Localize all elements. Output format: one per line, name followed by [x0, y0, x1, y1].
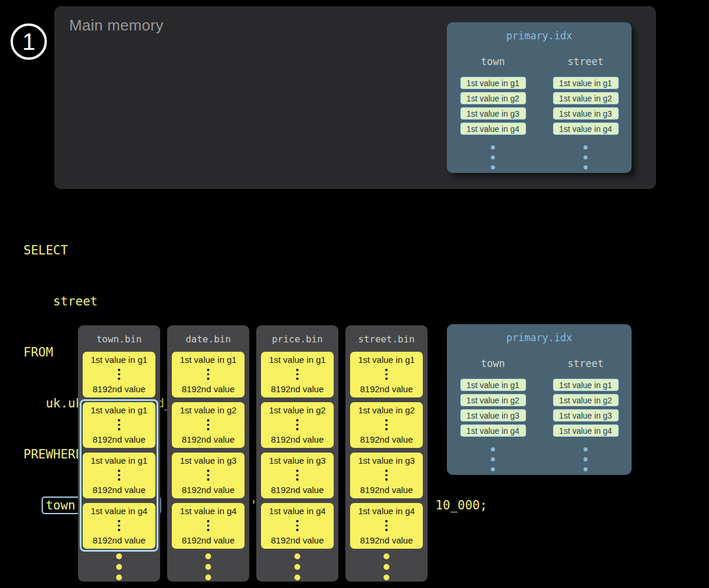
- index-entry-chip: 1st value in g4: [460, 123, 526, 135]
- ellipsis-icon: [385, 520, 388, 531]
- ellipsis-icon: [118, 419, 120, 430]
- index-column-header: street: [568, 56, 603, 67]
- granule-last-value: 8192nd value: [271, 384, 324, 394]
- granule-first-value: 1st value in g3: [180, 456, 237, 465]
- dot-icon: [296, 373, 298, 376]
- ellipsis-icon: [296, 419, 298, 430]
- granule-block: 1st value in g18192nd value: [83, 453, 155, 498]
- index-entry-chip: 1st value in g1: [460, 77, 526, 89]
- granule-last-value: 8192nd value: [360, 434, 413, 444]
- granule-block: 1st value in g18192nd value: [350, 352, 423, 397]
- dot-icon: [491, 467, 495, 471]
- dot-icon: [385, 478, 388, 481]
- granule-block: 1st value in g18192nd value: [172, 352, 245, 397]
- granule-last-value: 8192nd value: [182, 434, 235, 444]
- main-memory-title: Main memory: [69, 16, 164, 35]
- dot-icon: [296, 520, 298, 522]
- index-entry-chip: 1st value in g2: [553, 92, 619, 104]
- more-granules-dots: [78, 553, 160, 580]
- dot-icon: [118, 525, 120, 527]
- dot-icon: [384, 553, 389, 559]
- ellipsis-icon: [118, 520, 120, 531]
- granule-first-value: 1st value in g1: [269, 355, 326, 365]
- dot-icon: [207, 478, 209, 481]
- dot-icon: [385, 428, 388, 430]
- index-entry-chip: 1st value in g3: [460, 107, 526, 120]
- granule-block: 1st value in g48192nd value: [172, 503, 245, 549]
- bin-file-title: date.bin: [167, 334, 249, 344]
- index-entry-chip: 1st value in g3: [460, 409, 526, 422]
- ellipsis-icon: [118, 470, 120, 481]
- dot-icon: [116, 564, 122, 570]
- dot-icon: [118, 424, 120, 426]
- primary-index-columns: town1st value in g11st value in g21st va…: [447, 358, 632, 471]
- index-entry-chip: 1st value in g2: [553, 394, 619, 406]
- granule-first-value: 1st value in g2: [358, 405, 415, 415]
- granule-last-value: 8192nd value: [93, 384, 145, 394]
- granule-first-value: 1st value in g1: [358, 355, 415, 365]
- ellipsis-icon: [296, 520, 298, 531]
- granule-first-value: 1st value in g3: [269, 456, 326, 465]
- dot-icon: [207, 419, 209, 422]
- dot-icon: [385, 529, 388, 531]
- bin-file-column: town.bin1st value in g18192nd value1st v…: [78, 325, 160, 582]
- granule-block: 1st value in g38192nd value: [261, 453, 334, 498]
- dot-icon: [385, 470, 388, 472]
- granule-last-value: 8192nd value: [93, 485, 145, 495]
- dot-icon: [118, 428, 120, 430]
- dot-icon: [584, 457, 588, 461]
- granule-first-value: 1st value in g4: [358, 506, 415, 516]
- sql-line: street: [23, 293, 487, 310]
- granule-block: 1st value in g28192nd value: [350, 402, 423, 448]
- index-column-header: street: [568, 358, 603, 369]
- granule-block: 1st value in g18192nd value: [83, 402, 155, 448]
- dot-icon: [491, 155, 495, 159]
- ellipsis-icon: [296, 470, 298, 481]
- granule-first-value: 1st value in g3: [358, 456, 415, 465]
- bin-file-column: street.bin1st value in g18192nd value1st…: [345, 325, 428, 582]
- granule-first-value: 1st value in g1: [91, 405, 148, 415]
- granule-last-value: 8192nd value: [182, 384, 235, 394]
- bin-file-title: price.bin: [256, 334, 338, 344]
- granule-last-value: 8192nd value: [360, 384, 413, 394]
- index-column: town1st value in g11st value in g21st va…: [459, 56, 528, 169]
- bin-file-title: town.bin: [78, 334, 160, 344]
- dot-icon: [296, 369, 298, 371]
- dot-icon: [384, 575, 389, 580]
- index-column: town1st value in g11st value in g21st va…: [459, 358, 528, 471]
- granule-block: 1st value in g48192nd value: [350, 503, 423, 549]
- dot-icon: [385, 474, 388, 477]
- dot-icon: [207, 424, 209, 426]
- granule-last-value: 8192nd value: [271, 535, 324, 545]
- dot-icon: [491, 447, 495, 451]
- dot-icon: [118, 369, 120, 371]
- granule-blocks: 1st value in g18192nd value1st value in …: [167, 352, 249, 549]
- granule-blocks: 1st value in g18192nd value1st value in …: [256, 352, 338, 549]
- ellipsis-icon: [207, 369, 209, 380]
- granule-first-value: 1st value in g1: [91, 456, 148, 465]
- step-number-badge: 1: [11, 23, 47, 60]
- more-granules-dots: [167, 553, 249, 580]
- granule-last-value: 8192nd value: [182, 485, 235, 495]
- dot-icon: [584, 447, 588, 451]
- dot-icon: [584, 145, 588, 149]
- dot-icon: [296, 478, 298, 481]
- ellipsis-icon: [385, 419, 388, 430]
- more-entries-dots: [491, 145, 495, 169]
- more-entries-dots: [584, 447, 588, 471]
- granule-last-value: 8192nd value: [93, 434, 145, 444]
- index-entry-chip: 1st value in g3: [553, 409, 619, 422]
- dot-icon: [118, 529, 120, 531]
- granule-block: 1st value in g28192nd value: [172, 402, 245, 448]
- more-granules-dots: [256, 553, 338, 580]
- granule-last-value: 8192nd value: [93, 535, 145, 545]
- index-entry-chip: 1st value in g4: [553, 424, 619, 437]
- dot-icon: [207, 378, 209, 380]
- bin-file-title: street.bin: [345, 334, 428, 344]
- index-column-header: town: [481, 56, 505, 67]
- ellipsis-icon: [385, 470, 388, 481]
- ellipsis-icon: [207, 419, 209, 430]
- index-entry-chip: 1st value in g4: [460, 424, 526, 437]
- primary-index-box: primary.idx town1st value in g11st value…: [447, 22, 632, 173]
- sql-line: SELECT: [23, 242, 487, 259]
